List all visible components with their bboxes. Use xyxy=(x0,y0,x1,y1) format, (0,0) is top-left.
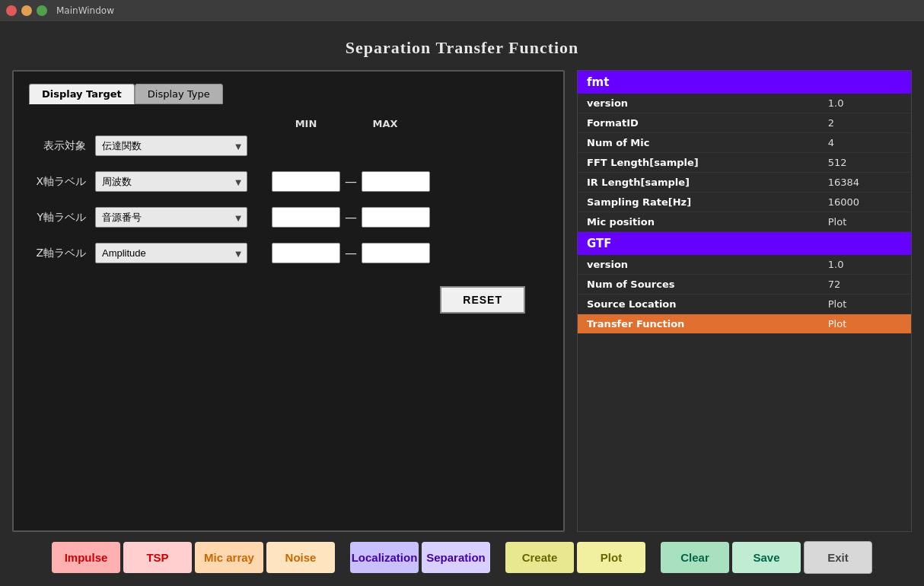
x-axis-row: X軸ラベル 周波数 時間 インデックス — xyxy=(29,171,548,192)
z-min-input[interactable] xyxy=(272,243,340,263)
y-axis-select[interactable]: 音源番号 マイク番号 インデックス xyxy=(95,207,247,228)
x-select-wrapper: 周波数 時間 インデックス xyxy=(95,171,247,192)
mic-array-button[interactable]: Mic array xyxy=(195,542,263,573)
gtf-transfunc-row[interactable]: Transfer Function Plot xyxy=(578,314,911,334)
impulse-button[interactable]: Impulse xyxy=(52,542,120,573)
target-select-wrapper: 伝達関数 インパルス応答 周波数特性 xyxy=(95,135,247,156)
fmt-header: fmt xyxy=(578,71,911,94)
gtf-srcloc-row: Source Location Plot xyxy=(578,295,911,314)
save-button[interactable]: Save xyxy=(732,542,801,573)
reset-row: RESET xyxy=(29,286,548,314)
fmt-micpos-row: Mic position Plot xyxy=(578,212,911,232)
gtf-transfunc-key: Transfer Function xyxy=(578,314,819,334)
fmt-samplerate-row: Sampling Rate[Hz] 16000 xyxy=(578,193,911,212)
gtf-header: GTF xyxy=(578,232,911,256)
gtf-transfunc-val: Plot xyxy=(819,314,911,334)
titlebar: MainWindow xyxy=(0,0,924,21)
x-min-input[interactable] xyxy=(272,171,340,192)
fmt-samplerate-val: 16000 xyxy=(819,193,911,212)
noise-button[interactable]: Noise xyxy=(266,542,335,573)
x-minmax: — xyxy=(272,171,430,192)
fmt-irlen-row: IR Length[sample] 16384 xyxy=(578,173,911,193)
z-axis-row: Z軸ラベル Amplitude Power dB — xyxy=(29,243,548,263)
x-axis-select[interactable]: 周波数 時間 インデックス xyxy=(95,171,247,192)
z-select-wrapper: Amplitude Power dB xyxy=(95,243,247,263)
fmt-version-key: version xyxy=(578,94,819,113)
tabs: Display Target Display Type xyxy=(29,84,548,104)
max-header: MAX xyxy=(351,118,419,129)
y-minmax: — xyxy=(272,207,430,228)
fmt-irlen-val: 16384 xyxy=(819,173,911,193)
z-axis-select[interactable]: Amplitude Power dB xyxy=(95,243,247,263)
fmt-nummic-key: Num of Mic xyxy=(578,133,819,153)
fmt-version-row: version 1.0 xyxy=(578,94,911,113)
fmt-formatid-row: FormatID 2 xyxy=(578,113,911,133)
target-label: 表示対象 xyxy=(29,139,86,153)
create-button[interactable]: Create xyxy=(505,542,574,573)
gtf-version-val: 1.0 xyxy=(819,255,911,275)
x-max-input[interactable] xyxy=(362,171,430,192)
min-header: MIN xyxy=(272,118,340,129)
localization-button[interactable]: Localization xyxy=(350,542,419,573)
minimize-btn[interactable] xyxy=(21,5,32,16)
z-axis-label: Z軸ラベル xyxy=(29,247,86,260)
gtf-srcloc-val: Plot xyxy=(819,295,911,314)
info-table: fmt version 1.0 FormatID 2 Num of Mic 4 … xyxy=(578,71,911,334)
fmt-formatid-key: FormatID xyxy=(578,113,819,133)
fmt-header-label: fmt xyxy=(578,71,911,94)
close-btn[interactable] xyxy=(6,5,17,16)
tab-display-type[interactable]: Display Type xyxy=(135,84,223,104)
y-dash: — xyxy=(345,210,357,225)
tsp-button[interactable]: TSP xyxy=(123,542,192,573)
gtf-version-row: version 1.0 xyxy=(578,255,911,275)
fmt-irlen-key: IR Length[sample] xyxy=(578,173,819,193)
y-axis-label: Y軸ラベル xyxy=(29,211,86,225)
content-row: Display Target Display Type MIN MAX 表示対象… xyxy=(12,70,912,532)
target-select[interactable]: 伝達関数 インパルス応答 周波数特性 xyxy=(95,135,247,156)
left-panel: Display Target Display Type MIN MAX 表示対象… xyxy=(12,70,565,532)
x-dash: — xyxy=(345,174,357,189)
maximize-btn[interactable] xyxy=(37,5,47,16)
plot-button[interactable]: Plot xyxy=(577,542,645,573)
gtf-numsrc-row: Num of Sources 72 xyxy=(578,275,911,295)
exit-button[interactable]: Exit xyxy=(804,541,872,574)
gtf-numsrc-key: Num of Sources xyxy=(578,275,819,295)
bottom-toolbar: Impulse TSP Mic array Noise Localization… xyxy=(12,532,912,578)
z-minmax: — xyxy=(272,243,430,263)
tab-display-target[interactable]: Display Target xyxy=(29,84,135,104)
gtf-version-key: version xyxy=(578,255,819,275)
fmt-formatid-val: 2 xyxy=(819,113,911,133)
gtf-header-label: GTF xyxy=(578,232,911,256)
window-title: MainWindow xyxy=(56,5,114,16)
right-panel: fmt version 1.0 FormatID 2 Num of Mic 4 … xyxy=(577,70,912,532)
fmt-fftlen-key: FFT Length[sample] xyxy=(578,153,819,173)
fmt-version-val: 1.0 xyxy=(819,94,911,113)
app-title: Separation Transfer Function xyxy=(12,29,912,70)
y-select-wrapper: 音源番号 マイク番号 インデックス xyxy=(95,207,247,228)
fmt-nummic-row: Num of Mic 4 xyxy=(578,133,911,153)
y-axis-row: Y軸ラベル 音源番号 マイク番号 インデックス — xyxy=(29,207,548,228)
z-dash: — xyxy=(345,246,357,260)
gtf-numsrc-val: 72 xyxy=(819,275,911,295)
target-row: 表示対象 伝達関数 インパルス応答 周波数特性 xyxy=(29,135,548,156)
fmt-fftlen-val: 512 xyxy=(819,153,911,173)
reset-button[interactable]: RESET xyxy=(440,286,525,314)
clear-button[interactable]: Clear xyxy=(661,542,729,573)
y-max-input[interactable] xyxy=(362,207,430,228)
z-max-input[interactable] xyxy=(362,243,430,263)
fmt-micpos-key: Mic position xyxy=(578,212,819,232)
fmt-micpos-val: Plot xyxy=(819,212,911,232)
fmt-samplerate-key: Sampling Rate[Hz] xyxy=(578,193,819,212)
x-axis-label: X軸ラベル xyxy=(29,175,86,189)
separation-button[interactable]: Separation xyxy=(422,542,490,573)
y-min-input[interactable] xyxy=(272,207,340,228)
fmt-fftlen-row: FFT Length[sample] 512 xyxy=(578,153,911,173)
fmt-nummic-val: 4 xyxy=(819,133,911,153)
gtf-srcloc-key: Source Location xyxy=(578,295,819,314)
main-window: Separation Transfer Function Display Tar… xyxy=(0,21,924,586)
